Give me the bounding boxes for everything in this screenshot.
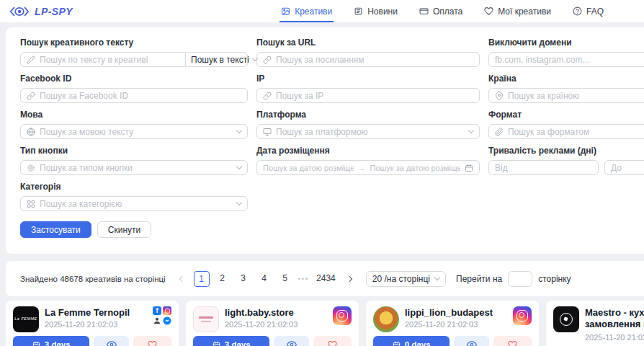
prev-page-button[interactable]: [176, 271, 189, 287]
avatar: [373, 306, 399, 332]
language-icon: [27, 128, 35, 136]
chevron-down-icon: [236, 200, 242, 205]
filter-exclude-domains: Виключити домени: [488, 37, 644, 67]
filter-label: Тривалість реклами (дні): [488, 146, 644, 156]
filter-label: Мова: [20, 110, 248, 120]
select-placeholder: Пошук за категорією: [40, 199, 233, 209]
creatives-list: La FEMME La Femme Ternopil 2025-11-20 21…: [6, 301, 644, 346]
duration-button[interactable]: 0 days: [373, 336, 450, 346]
nav-label: Новини: [367, 6, 398, 17]
favorite-button[interactable]: [133, 336, 171, 346]
calendar-icon: [213, 341, 220, 346]
duration-to-input[interactable]: [611, 163, 644, 173]
page-button-2[interactable]: 2: [215, 271, 231, 287]
link-icon: [263, 56, 272, 64]
apply-button[interactable]: Застосувати: [20, 221, 91, 238]
question-icon: [573, 6, 582, 16]
nav-item-news[interactable]: Новини: [354, 0, 398, 22]
filter-label: Пошук креативного тексту: [20, 37, 248, 48]
filter-language: Мова Пошук за мовою тексту: [20, 110, 248, 139]
ip-input[interactable]: [276, 91, 473, 101]
filter-placement-date: Дата розміщення →: [256, 146, 480, 175]
favorite-button[interactable]: [313, 336, 352, 346]
creative-card[interactable]: Maestro - кухні, меблі на замовлення в У…: [546, 301, 644, 346]
reset-button[interactable]: Скинути: [97, 221, 151, 238]
facebook-icon: f: [153, 306, 161, 315]
exclude-domains-input[interactable]: [495, 55, 644, 65]
news-icon: [354, 6, 363, 16]
duration-from-input[interactable]: [495, 163, 592, 173]
filter-label: Виключити домени: [488, 37, 644, 48]
view-button[interactable]: [94, 336, 128, 346]
gear-icon: [27, 164, 35, 172]
filter-ad-duration: Тривалість реклами (дні): [488, 146, 644, 175]
filter-creative-text: Пошук креативного тексту Пошук в тексті: [20, 37, 248, 67]
chevron-down-icon: [236, 164, 242, 169]
url-input[interactable]: [276, 55, 473, 65]
date-to-input[interactable]: [370, 164, 461, 172]
view-button[interactable]: [274, 336, 308, 346]
format-input[interactable]: [508, 127, 644, 137]
duration-label: 0 days: [405, 340, 431, 346]
pagination-bar: Знайдено 48678 креативів на сторінці 1 2…: [6, 261, 644, 296]
date-from-input[interactable]: [263, 164, 354, 172]
filter-ip: IP: [256, 74, 480, 103]
card-title: light.baby.store: [225, 307, 327, 318]
facebook-id-input[interactable]: [40, 91, 241, 101]
creative-card[interactable]: lippi_lion_budapest 2025-11-20 21:02:03 …: [366, 301, 539, 346]
calendar-icon: [32, 341, 40, 346]
nav-item-payment[interactable]: Оплата: [419, 0, 462, 22]
chevron-down-icon: [434, 275, 440, 280]
text-search-mode-select[interactable]: Пошук в тексті: [186, 52, 248, 67]
page-button-1[interactable]: 1: [194, 271, 210, 287]
button-type-select[interactable]: Пошук за типом кнопки: [20, 160, 248, 175]
nav-item-faq[interactable]: FAQ: [573, 0, 604, 22]
duration-button[interactable]: 3 days: [13, 336, 89, 346]
filters-panel: Пошук креативного тексту Пошук в тексті …: [6, 27, 644, 254]
creative-card[interactable]: La FEMME La Femme Ternopil 2025-11-20 21…: [6, 301, 179, 346]
select-placeholder: Пошук за платформою: [276, 127, 465, 137]
page-size-select[interactable]: 20 /на сторінці: [366, 271, 446, 287]
monitor-icon: [263, 128, 272, 136]
pager: 1 2 3 4 5 ••• 2434: [176, 271, 356, 287]
map-pin-icon: [495, 92, 504, 100]
card-datetime: 2025-11-20 21:02:03: [585, 333, 644, 342]
chevron-down-icon: [236, 128, 242, 133]
card-title: lippi_lion_budapest: [405, 307, 507, 318]
next-page-button[interactable]: [343, 271, 356, 287]
nav-item-my-creatives[interactable]: Мої креативи: [484, 0, 551, 22]
card-title: Maestro - кухні, меблі на замовлення в У…: [585, 307, 644, 331]
logo[interactable]: LP-SPY: [9, 5, 73, 18]
country-input[interactable]: [508, 91, 644, 101]
link-icon: [263, 92, 272, 100]
duration-button[interactable]: 3 days: [193, 336, 269, 346]
social-networks: [513, 306, 532, 325]
platform-select[interactable]: Пошук за платформою: [256, 124, 480, 139]
calendar-icon: [393, 341, 401, 346]
instagram-icon: [333, 306, 352, 325]
link-icon: [27, 92, 35, 100]
goto-page-input[interactable]: [508, 271, 532, 287]
page-button-4[interactable]: 4: [256, 271, 272, 287]
grid-icon: [27, 200, 35, 208]
page-button-last[interactable]: 2434: [314, 271, 338, 287]
creative-text-input[interactable]: [40, 55, 179, 65]
language-select[interactable]: Пошук за мовою тексту: [20, 124, 248, 139]
favorite-button[interactable]: [493, 336, 532, 346]
creative-card[interactable]: light.baby.store 2025-11-20 21:02:03 3 d…: [186, 301, 359, 346]
filter-label: IP: [256, 74, 480, 84]
pagination-ellipsis[interactable]: •••: [298, 275, 309, 283]
messenger-icon: [163, 316, 171, 325]
goto-label: Перейти на: [456, 274, 502, 284]
filter-label: Категорія: [20, 182, 248, 192]
page-button-5[interactable]: 5: [277, 271, 293, 287]
category-select[interactable]: Пошук за категорією: [20, 196, 248, 211]
person-icon: [153, 316, 161, 325]
selected-mode: Пошук в тексті: [191, 55, 249, 65]
select-placeholder: Пошук за мовою тексту: [40, 127, 233, 137]
avatar: [553, 306, 579, 332]
page-button-3[interactable]: 3: [236, 271, 251, 287]
nav-label: FAQ: [586, 6, 604, 17]
view-button[interactable]: [454, 336, 488, 346]
nav-item-creatives[interactable]: Креативи: [281, 0, 332, 22]
